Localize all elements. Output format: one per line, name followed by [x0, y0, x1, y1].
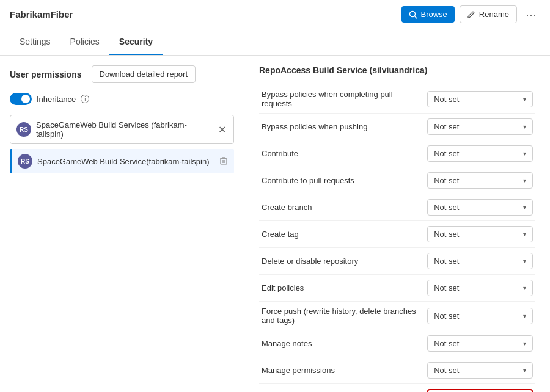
chevron-down-icon: ▾ — [523, 123, 526, 130]
permission-select[interactable]: Not set▾ — [427, 253, 533, 269]
inheritance-label: Inheritance — [37, 95, 76, 104]
permission-name: Force push (rewrite history, delete bran… — [259, 302, 425, 330]
permission-select[interactable]: Not set▾ — [427, 199, 533, 216]
permission-value-cell: Not set▾ — [425, 221, 535, 248]
inheritance-toggle[interactable] — [10, 93, 32, 105]
avatar: RS — [18, 154, 32, 169]
list-item[interactable]: RS SpaceGameWeb Build Service(fabrikam-t… — [10, 149, 234, 173]
permission-value-cell: Not set▾ — [425, 167, 535, 194]
permission-value-cell: Not set▾ — [425, 248, 535, 275]
app-title: FabrikamFiber — [10, 9, 73, 20]
header-left: FabrikamFiber — [10, 9, 73, 20]
permission-select-value: Not set — [434, 339, 459, 348]
permission-select-value: Not set — [434, 122, 459, 131]
chevron-down-icon: ▾ — [523, 150, 526, 157]
right-panel: RepoAccess Build Service (silviuandrica)… — [244, 56, 550, 392]
chevron-down-icon: ▾ — [523, 231, 526, 238]
chevron-down-icon: ▾ — [523, 285, 526, 291]
main-content: User permissions Download detailed repor… — [0, 56, 550, 392]
info-icon[interactable]: i — [81, 95, 89, 103]
permission-select-value: Not set — [434, 230, 459, 239]
tab-settings[interactable]: Settings — [10, 29, 61, 55]
permission-value-cell: Not set▾ — [425, 330, 535, 357]
permission-name: Bypass policies when pushing — [259, 114, 425, 140]
table-row: Bypass policies when pushingNot set▾ — [259, 114, 535, 140]
permission-select-value: Not set — [434, 366, 459, 375]
tab-security[interactable]: Security — [109, 29, 163, 55]
tab-policies[interactable]: Policies — [61, 29, 109, 55]
permission-value-cell: Not set▾ — [425, 114, 535, 140]
service-search-box: RS SpaceGameWeb Build Services (fabrikam… — [10, 115, 234, 144]
permission-select[interactable]: Not set▾ — [427, 280, 533, 296]
permission-select[interactable]: Allow▾ — [427, 389, 533, 392]
repo-access-title: RepoAccess Build Service (silviuandrica) — [259, 65, 535, 75]
chevron-down-icon: ▾ — [523, 258, 526, 264]
table-row: Bypass policies when completing pull req… — [259, 85, 535, 114]
permission-name: Contribute — [259, 140, 425, 167]
permission-name: Manage notes — [259, 330, 425, 357]
permission-select-value: Not set — [434, 311, 459, 321]
permission-value-cell: Allow▾ — [425, 384, 535, 393]
permission-select[interactable]: Not set▾ — [427, 362, 533, 379]
permission-value-cell: Not set▾ — [425, 275, 535, 302]
table-row: Manage notesNot set▾ — [259, 330, 535, 357]
permission-select[interactable]: Not set▾ — [427, 145, 533, 162]
permission-select[interactable]: Not set▾ — [427, 118, 533, 135]
permission-name: Bypass policies when completing pull req… — [259, 85, 425, 114]
section-title: User permissions — [10, 70, 82, 79]
table-row: Manage permissionsNot set▾ — [259, 357, 535, 384]
inheritance-row: Inheritance i — [10, 93, 234, 105]
permission-select-value: Not set — [434, 149, 459, 158]
permission-name: Create branch — [259, 194, 425, 221]
permission-name: Contribute to pull requests — [259, 167, 425, 194]
permission-name: Delete or disable repository — [259, 248, 425, 275]
permission-name: Edit policies — [259, 275, 425, 302]
table-row: Edit policiesNot set▾ — [259, 275, 535, 302]
list-item-name: SpaceGameWeb Build Service(fabrikam-tail… — [37, 157, 215, 166]
permission-select[interactable]: Not set▾ — [427, 91, 533, 107]
permission-select-value: Not set — [434, 203, 459, 212]
table-row: ContributeNot set▾ — [259, 140, 535, 167]
permission-select-value: Not set — [434, 95, 459, 104]
rename-icon — [468, 10, 475, 18]
permission-select-value: Not set — [434, 176, 459, 185]
permission-name: Create tag — [259, 221, 425, 248]
left-panel-header: User permissions Download detailed repor… — [10, 65, 234, 83]
table-row: Contribute to pull requestsNot set▾ — [259, 167, 535, 194]
permission-select[interactable]: Not set▾ — [427, 172, 533, 189]
service-name: SpaceGameWeb Build Services (fabrikam-ta… — [36, 120, 212, 139]
permission-select-value: Not set — [434, 256, 459, 266]
header-right: Browse Rename ⋯ — [402, 5, 541, 24]
rename-button[interactable]: Rename — [460, 5, 517, 23]
permission-name: Read — [259, 384, 425, 393]
table-row: Create branchNot set▾ — [259, 194, 535, 221]
header: FabrikamFiber Browse Rename ⋯ — [0, 0, 550, 29]
permission-select-value: Not set — [434, 283, 459, 292]
clear-service-button[interactable]: ✕ — [217, 124, 227, 136]
table-row: Delete or disable repositoryNot set▾ — [259, 248, 535, 275]
table-row: Force push (rewrite history, delete bran… — [259, 302, 535, 330]
avatar: RS — [16, 122, 31, 137]
permissions-table: Bypass policies when completing pull req… — [259, 85, 535, 392]
permission-value-cell: Not set▾ — [425, 302, 535, 330]
browse-button[interactable]: Browse — [402, 6, 455, 23]
left-panel: User permissions Download detailed repor… — [0, 56, 244, 392]
svg-line-1 — [414, 16, 417, 18]
delete-item-button[interactable] — [219, 156, 228, 167]
permission-name: Manage permissions — [259, 357, 425, 384]
permission-select[interactable]: Not set▾ — [427, 335, 533, 352]
table-row: ReadAllow▾ — [259, 384, 535, 393]
more-options-button[interactable]: ⋯ — [522, 5, 540, 24]
table-row: Create tagNot set▾ — [259, 221, 535, 248]
permission-select[interactable]: Not set▾ — [427, 226, 533, 242]
trash-icon — [219, 156, 228, 165]
download-report-button[interactable]: Download detailed report — [92, 65, 196, 83]
permission-value-cell: Not set▾ — [425, 357, 535, 384]
chevron-down-icon: ▾ — [523, 340, 526, 347]
permission-value-cell: Not set▾ — [425, 85, 535, 114]
permission-value-cell: Not set▾ — [425, 194, 535, 221]
chevron-down-icon: ▾ — [523, 177, 526, 184]
chevron-down-icon: ▾ — [523, 313, 526, 319]
permission-select[interactable]: Not set▾ — [427, 308, 533, 324]
nav-tabs: Settings Policies Security — [0, 29, 550, 56]
